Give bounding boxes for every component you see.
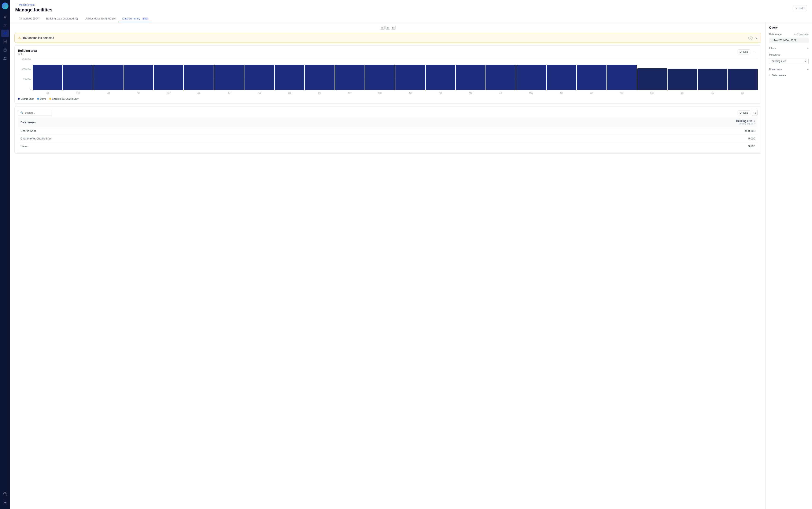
warning-icon: ⚠ xyxy=(18,36,21,40)
chart-icon xyxy=(3,31,7,36)
bar-group-15 xyxy=(486,58,516,90)
svg-rect-11 xyxy=(381,27,383,28)
add-filter-button[interactable]: + xyxy=(807,46,809,50)
bar-15[interactable] xyxy=(486,65,516,90)
bar-18[interactable] xyxy=(577,65,606,90)
header: ← Measurement Manage facilities ? Help A… xyxy=(10,0,812,23)
bar-1[interactable] xyxy=(63,65,93,90)
svg-rect-14 xyxy=(388,27,389,29)
search-box[interactable]: 🔍 xyxy=(18,110,52,116)
x-label-17: Jun xyxy=(546,92,577,94)
bar-19[interactable] xyxy=(607,65,637,90)
legend-item-charlotte: Charlotte W, Charlie Sturr xyxy=(49,98,78,100)
bar-8[interactable] xyxy=(275,65,304,90)
tab-all-facilities[interactable]: All facilities (104) xyxy=(15,15,43,22)
anomaly-help-button[interactable]: ? xyxy=(748,36,752,40)
bar-2[interactable] xyxy=(93,65,123,90)
sidebar-logo[interactable]: ⬡ xyxy=(2,3,8,9)
date-range-item[interactable]: ⠿ Jan 2021–Dec 2022 xyxy=(769,38,809,43)
bar-10[interactable] xyxy=(335,65,365,90)
help-icon: ? xyxy=(796,6,797,10)
sidebar-item-chart[interactable] xyxy=(1,30,9,37)
measures-dropdown[interactable]: Building area ∨ xyxy=(769,58,809,64)
bar-23[interactable] xyxy=(728,69,758,90)
x-label-22: Nov xyxy=(697,92,728,94)
help-button[interactable]: ? Help xyxy=(793,5,807,11)
bar-5[interactable] xyxy=(184,65,214,90)
x-label-3: Apr xyxy=(123,92,153,94)
bar-21[interactable] xyxy=(668,69,697,90)
compare-button[interactable]: + Compare xyxy=(794,33,809,36)
sidebar-item-bag[interactable] xyxy=(1,46,9,54)
chart-edit-button[interactable]: Edit xyxy=(738,49,750,55)
bar-9[interactable] xyxy=(305,65,335,90)
table-edit-button[interactable]: Edit xyxy=(738,110,750,115)
tab-utilities-data[interactable]: Utilities data assigned (0) xyxy=(81,15,119,22)
x-label-0: Jan xyxy=(33,92,63,94)
sidebar-item-grid[interactable]: ⊞ xyxy=(1,21,9,29)
svg-rect-15 xyxy=(392,27,393,29)
col-header-data-owners: Data owners xyxy=(18,117,464,127)
x-label-14: Mar xyxy=(456,92,486,94)
svg-point-9 xyxy=(5,57,6,58)
y-label-1500000: 1,500,000 xyxy=(18,58,33,60)
anomaly-chevron-icon[interactable]: ∨ xyxy=(755,36,758,40)
date-range-value: Jan 2021–Dec 2022 xyxy=(774,39,796,42)
x-label-9: Oct xyxy=(304,92,335,94)
table-toolbar: 🔍 Edit xyxy=(18,110,758,116)
refresh-button[interactable] xyxy=(752,110,758,116)
bar-13[interactable] xyxy=(426,65,455,90)
layout-one-col[interactable] xyxy=(380,26,385,30)
layout-three-col[interactable] xyxy=(391,26,396,30)
sidebar-item-doc[interactable] xyxy=(1,38,9,46)
tab-building-data[interactable]: Building data assigned (0) xyxy=(43,15,81,22)
bar-12[interactable] xyxy=(396,65,425,90)
bar-20[interactable] xyxy=(637,68,667,90)
bar-group-6 xyxy=(214,58,244,90)
svg-point-8 xyxy=(4,57,5,59)
bar-0[interactable] xyxy=(33,65,62,90)
bar-14[interactable] xyxy=(456,65,485,90)
bar-7[interactable] xyxy=(245,65,274,90)
dimension-value: Data owners xyxy=(772,74,786,77)
add-dimension-button[interactable]: + xyxy=(807,68,809,71)
filters-header: Filters + xyxy=(769,46,809,50)
sidebar-item-settings[interactable] xyxy=(1,499,9,506)
svg-rect-0 xyxy=(4,33,4,34)
sidebar-item-help[interactable]: ? xyxy=(1,490,9,498)
bar-group-21 xyxy=(668,58,697,90)
table-card: 🔍 Edit xyxy=(14,106,761,154)
bar-3[interactable] xyxy=(123,65,153,90)
date-range-header: Date range + Compare xyxy=(769,33,809,36)
breadcrumb[interactable]: ← Measurement xyxy=(15,3,52,6)
bar-group-8 xyxy=(275,58,304,90)
bar-16[interactable] xyxy=(516,65,546,90)
bar-group-4 xyxy=(154,58,183,90)
filters-label: Filters xyxy=(769,47,776,50)
sidebar-item-home[interactable]: ⌂ xyxy=(1,13,9,20)
anomaly-left: ⚠ 102 anomalies detected xyxy=(18,36,54,40)
settings-icon xyxy=(3,501,7,505)
layout-two-col[interactable] xyxy=(385,26,390,30)
home-icon: ⌂ xyxy=(4,14,6,19)
dimensions-header: Dimensions + xyxy=(769,68,809,71)
sidebar-item-users[interactable] xyxy=(1,55,9,63)
bar-22[interactable] xyxy=(698,69,728,90)
drag-handle-dimension-icon: ⠿ xyxy=(769,74,771,77)
tab-data-summary[interactable]: Data summary Beta xyxy=(119,15,152,22)
svg-rect-6 xyxy=(4,42,5,42)
table-header: Data owners Building area ↓ Monthly avg,… xyxy=(18,117,758,127)
bar-17[interactable] xyxy=(547,65,576,90)
col-header-building-area: Building area ↓ Monthly avg, sq ft xyxy=(464,117,758,127)
legend-dot-charlotte xyxy=(49,98,51,100)
bar-4[interactable] xyxy=(154,65,183,90)
tabs: All facilities (104) Building data assig… xyxy=(15,15,807,22)
bar-group-18 xyxy=(577,58,606,90)
main-panel: ⚠ 102 anomalies detected ? ∨ Building ar… xyxy=(10,23,766,509)
x-label-13: Feb xyxy=(426,92,456,94)
chart-more-button[interactable]: ··· xyxy=(752,49,758,55)
bar-11[interactable] xyxy=(365,65,395,90)
search-input[interactable] xyxy=(25,111,49,114)
sort-icon[interactable]: ↓ xyxy=(754,120,755,123)
bar-6[interactable] xyxy=(214,65,244,90)
